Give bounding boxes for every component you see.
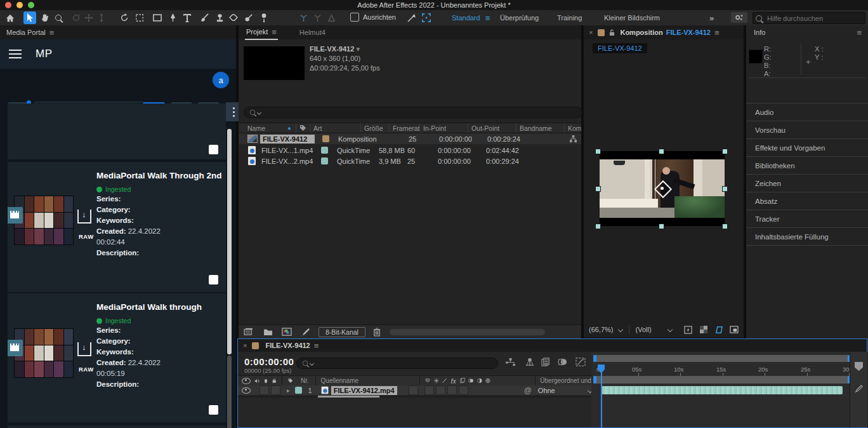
help-search[interactable] — [753, 12, 865, 24]
selection-tool[interactable] — [23, 11, 36, 24]
tab-helmut4[interactable]: Helmut4 — [299, 29, 326, 36]
tab-projekt[interactable]: Projekt≡ — [245, 25, 278, 40]
panel-menu-icon[interactable]: ≡ — [314, 341, 319, 351]
avatar[interactable]: a — [213, 72, 229, 88]
selection-handle[interactable] — [722, 224, 728, 229]
workspace-tab-ueberpruefung[interactable]: Überprüfung — [500, 10, 539, 25]
panel-menu-icon[interactable]: ≡ — [857, 28, 862, 37]
row-name[interactable]: FILE-VX...1.mp4 — [259, 146, 313, 155]
close-tab-icon[interactable]: × — [243, 342, 247, 349]
project-search[interactable] — [244, 107, 582, 118]
download-asset-icon[interactable]: ↓ — [77, 210, 91, 224]
trash-icon[interactable] — [373, 328, 381, 337]
parent-link-column[interactable]: Übergeordnet und verkn.. — [540, 377, 591, 384]
row-name[interactable]: FILE-VX...2.mp4 — [259, 157, 313, 166]
panel-menu-icon[interactable]: ≡ — [49, 28, 55, 37]
zoom-dropdown[interactable]: (66,7%) — [589, 326, 622, 333]
column-groesse[interactable]: Größe — [360, 123, 389, 133]
layer-visibility-icon[interactable] — [242, 387, 251, 394]
video-frame[interactable] — [600, 151, 725, 226]
table-row[interactable]: FILE-VX...1.mp4 QuickTime 58,8 MB 60 0:0… — [239, 145, 581, 156]
workspace-settings-icon[interactable] — [731, 12, 747, 23]
parent-dropdown[interactable]: Ohne — [538, 387, 592, 394]
orbit-camera-tool[interactable] — [70, 11, 82, 24]
video-thumbnail[interactable] — [14, 196, 74, 245]
project-settings-icon[interactable] — [301, 328, 310, 337]
label-color-chip[interactable] — [598, 29, 605, 36]
bit-depth-button[interactable]: 8-Bit-Kanal — [319, 327, 365, 337]
comp-marker-bin-icon[interactable] — [855, 362, 863, 371]
label-color-chip[interactable] — [322, 135, 329, 142]
info-panel-title[interactable]: Info — [754, 29, 765, 36]
label-color-chip[interactable] — [321, 157, 328, 164]
snap-grid-icon[interactable] — [420, 11, 433, 24]
video-thumbnail[interactable] — [14, 328, 74, 378]
dolly-camera-tool[interactable] — [95, 11, 108, 24]
lock-column-icon[interactable] — [272, 377, 276, 384]
project-search-input[interactable] — [263, 108, 577, 117]
rotation-tool[interactable] — [118, 11, 131, 24]
shy-column-icon[interactable] — [425, 377, 430, 384]
composition-flowchart-icon[interactable] — [506, 358, 516, 366]
motion-blur-column-icon[interactable] — [468, 377, 474, 384]
layer-label-chip[interactable] — [295, 387, 302, 394]
resolution-dropdown[interactable]: (Voll) — [636, 326, 672, 333]
column-kommentar[interactable]: Komme — [564, 123, 581, 133]
tab-comp-name[interactable]: FILE-VX-9412 — [666, 29, 711, 36]
local-axis-mode-icon[interactable] — [297, 11, 310, 24]
selection-handle[interactable] — [595, 186, 601, 192]
card-checkbox[interactable] — [209, 405, 218, 415]
selection-handle[interactable] — [722, 149, 728, 154]
parent-pickwhip-icon[interactable]: @ — [524, 386, 532, 395]
panel-menu-icon[interactable]: ≡ — [714, 28, 720, 37]
layer-row[interactable]: ▸ 1 FILE-VX-9412.mp4 @ Ohne — [238, 385, 591, 395]
panel-row-absatz[interactable]: Absatz — [746, 192, 868, 210]
view-layout-icon[interactable] — [728, 324, 740, 335]
home-icon[interactable] — [4, 11, 16, 24]
panel-row-vorschau[interactable]: Vorschau — [746, 121, 868, 138]
selection-handle[interactable] — [722, 186, 728, 192]
panel-row-tracker[interactable]: Tracker — [746, 210, 868, 227]
eraser-tool[interactable] — [227, 11, 240, 24]
clone-stamp-tool[interactable] — [213, 11, 226, 24]
camera-roi-tool[interactable] — [133, 11, 146, 24]
quality-column-icon[interactable] — [442, 377, 447, 384]
layer-duration-bar[interactable] — [602, 386, 843, 394]
table-row[interactable]: FILE-VX...2.mp4 QuickTime 3,9 MB 25 0:00… — [239, 156, 581, 166]
layer-source-name[interactable]: FILE-VX-9412.mp4 — [331, 386, 397, 395]
collapse-column-icon[interactable] — [434, 377, 439, 384]
panel-row-effekte[interactable]: Effekte und Vorgaben — [746, 138, 868, 156]
timeline-hscroll-thumb[interactable] — [318, 396, 379, 398]
workspace-tab-training[interactable]: Training — [557, 10, 582, 25]
card-checkbox[interactable] — [209, 275, 218, 284]
new-folder-icon[interactable] — [263, 328, 273, 336]
panel-row-zeichen[interactable]: Zeichen — [746, 174, 868, 192]
video-column-icon[interactable] — [242, 378, 251, 384]
panel-menu-icon[interactable]: ≡ — [272, 27, 277, 37]
panel-row-bibliotheken[interactable]: Bibliotheken — [746, 156, 868, 174]
threed-column-icon[interactable] — [485, 377, 490, 384]
region-of-interest-icon[interactable] — [713, 324, 725, 335]
sort-ascending-icon[interactable]: ▲ — [287, 125, 292, 131]
workspace-tab-standard[interactable]: Standard≡ — [452, 10, 494, 25]
graph-editor-icon[interactable] — [575, 358, 586, 366]
footage-name[interactable]: FILE-VX-9412 — [310, 45, 354, 53]
selection-handle[interactable] — [595, 224, 601, 229]
timeline-hscroll-track[interactable] — [238, 396, 591, 398]
selection-handle[interactable] — [595, 149, 601, 154]
menu-icon[interactable] — [9, 53, 22, 55]
label-color-chip[interactable] — [321, 147, 328, 154]
world-axis-mode-icon[interactable] — [311, 11, 324, 24]
column-bandname[interactable]: Bandname — [516, 123, 564, 133]
puppet-pin-tool[interactable] — [258, 11, 270, 24]
pickwhip-arrow-icon[interactable] — [405, 11, 418, 24]
draft-3d-icon[interactable] — [525, 358, 535, 366]
dropdown-icon[interactable]: ▾ — [356, 45, 360, 53]
timeline-search[interactable] — [296, 358, 498, 369]
media-portal-tab[interactable]: Media Portal — [6, 29, 46, 36]
source-name-column[interactable]: Quellenname — [321, 377, 358, 384]
media-card-partial[interactable] — [8, 129, 226, 159]
adjustment-column-icon[interactable] — [477, 377, 482, 384]
interpret-footage-icon[interactable] — [244, 328, 254, 336]
transparency-grid-icon[interactable] — [697, 324, 710, 335]
